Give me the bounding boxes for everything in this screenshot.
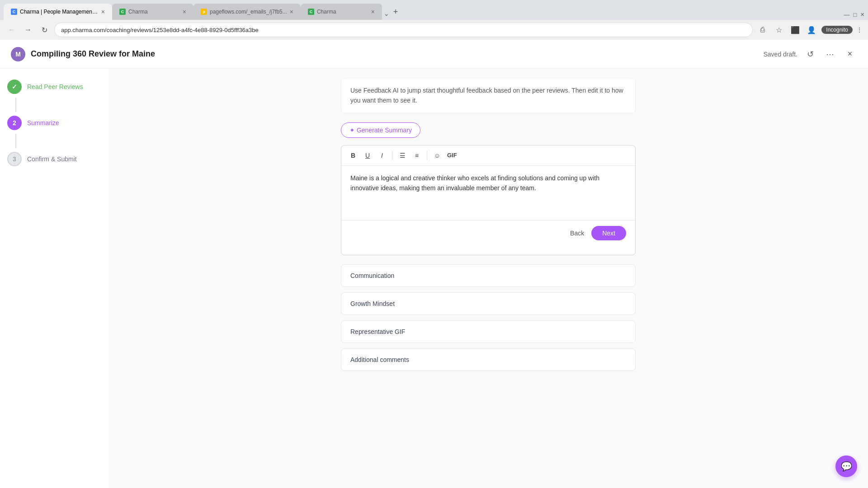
editor-nav-actions: Back Next (341, 220, 635, 246)
generate-summary-button[interactable]: ✦ Generate Summary (341, 122, 420, 138)
tab-bar: C Charma | People Management S... × C Ch… (0, 0, 868, 20)
app-logo: M (11, 47, 25, 61)
tab-4[interactable]: C Charma × (301, 4, 382, 20)
tab-1-close[interactable]: × (101, 9, 105, 15)
incognito-badge: Incognito (821, 26, 853, 34)
history-icon[interactable]: ↺ (803, 47, 817, 61)
tab-3-close[interactable]: × (290, 9, 293, 15)
tab-4-close[interactable]: × (371, 9, 375, 15)
sidebar: ✓ Read Peer Reviews 2 Summarize 3 Confir… (0, 69, 108, 488)
step-2-label: Summarize (27, 119, 59, 127)
tab-3[interactable]: p pageflows.com/_emails_/j7fb5... × (193, 4, 301, 20)
cast-icon[interactable]: ⎙ (756, 23, 769, 36)
saved-draft-status: Saved draft. (764, 51, 798, 58)
toolbar-separator-2 (427, 151, 427, 160)
minimize-button[interactable]: — (844, 11, 849, 18)
step-3-item[interactable]: 3 Confirm & Submit (7, 152, 101, 166)
reload-button[interactable]: ↻ (38, 23, 51, 36)
three-dots-menu[interactable]: ⋮ (856, 26, 863, 33)
intro-text: Use Feedback AI to jump start thoughtful… (341, 78, 636, 113)
additional-comments-section[interactable]: Additional comments (341, 348, 636, 371)
editor-container: B U I ☰ ≡ ☺ GIF Maine is a (341, 145, 636, 255)
gif-button[interactable]: GIF (445, 151, 459, 160)
step-2-circle: 2 (7, 116, 22, 130)
back-button[interactable]: Back (570, 230, 584, 237)
close-review-button[interactable]: × (843, 47, 857, 61)
url-text: app.charma.com/coaching/reviews/1253e8dd… (61, 27, 259, 33)
tab-2-close[interactable]: × (183, 9, 186, 15)
tab-1[interactable]: C Charma | People Management S... × (4, 4, 112, 20)
underline-button[interactable]: U (361, 149, 374, 162)
restore-button[interactable]: □ (853, 11, 857, 18)
step-3-circle: 3 (7, 152, 22, 166)
url-bar[interactable]: app.charma.com/coaching/reviews/1253e8dd… (54, 23, 753, 37)
app-container: M Compiling 360 Review for Maine Saved d… (0, 40, 868, 488)
step-connector-1-2 (15, 98, 16, 112)
tab-3-title: pageflows.com/_emails_/j7fb5... (210, 9, 287, 15)
step-1-label: Read Peer Reviews (27, 83, 83, 90)
tab-1-title: Charma | People Management S... (20, 9, 99, 15)
back-nav-button[interactable]: ← (5, 23, 18, 36)
editor-body[interactable]: Maine is a logical and creative thinker … (341, 166, 635, 220)
next-button[interactable]: Next (591, 226, 626, 240)
content-inner: Use Feedback AI to jump start thoughtful… (330, 69, 646, 385)
more-options-icon[interactable]: ⋯ (823, 47, 837, 61)
bullet-list-button[interactable]: ☰ (396, 149, 409, 162)
app-header: M Compiling 360 Review for Maine Saved d… (0, 40, 868, 69)
account-icon[interactable]: 👤 (805, 23, 818, 36)
toolbar-separator-1 (392, 151, 392, 160)
representative-gif-section[interactable]: Representative GIF (341, 320, 636, 343)
step-3-label: Confirm & Submit (27, 155, 77, 163)
step-1-circle: ✓ (7, 80, 22, 94)
editor-toolbar: B U I ☰ ≡ ☺ GIF (341, 145, 635, 166)
tab-2-title: Charma (128, 9, 180, 15)
support-button[interactable]: 💬 (835, 455, 857, 477)
new-tab-button[interactable]: + (389, 5, 402, 18)
main-content: Use Feedback AI to jump start thoughtful… (108, 69, 868, 488)
extension-icon[interactable]: ⬛ (789, 23, 802, 36)
italic-button[interactable]: I (376, 149, 388, 162)
bold-button[interactable]: B (347, 149, 359, 162)
step-2-item[interactable]: 2 Summarize (7, 116, 101, 130)
header-actions: Saved draft. ↺ ⋯ × (764, 47, 858, 61)
tab-overflow[interactable]: ⌄ (384, 10, 389, 17)
forward-nav-button[interactable]: → (22, 23, 34, 36)
emoji-button[interactable]: ☺ (431, 149, 443, 162)
bookmark-icon[interactable]: ☆ (773, 23, 785, 36)
address-bar: ← → ↻ app.charma.com/coaching/reviews/12… (0, 20, 868, 40)
tab-4-title: Charma (317, 9, 368, 15)
ordered-list-button[interactable]: ≡ (410, 149, 423, 162)
browser-chrome: C Charma | People Management S... × C Ch… (0, 0, 868, 40)
step-1-item[interactable]: ✓ Read Peer Reviews (7, 80, 101, 94)
growth-mindset-section[interactable]: Growth Mindset (341, 292, 636, 315)
app-body: ✓ Read Peer Reviews 2 Summarize 3 Confir… (0, 69, 868, 488)
step-connector-2-3 (15, 134, 16, 148)
app-title: Compiling 360 Review for Maine (31, 49, 764, 59)
window-close-button[interactable]: × (860, 10, 864, 18)
communication-section[interactable]: Communication (341, 264, 636, 287)
tab-2[interactable]: C Charma × (112, 4, 193, 20)
